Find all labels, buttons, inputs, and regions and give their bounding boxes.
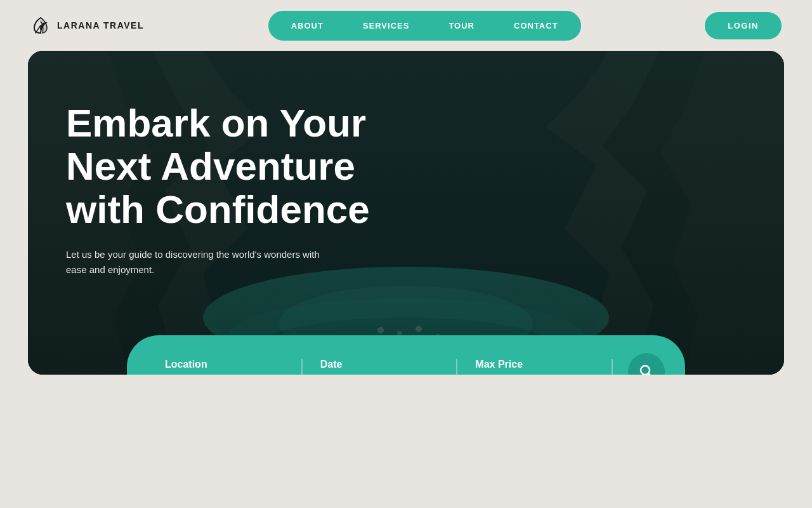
logo-area: LARANA TRAVEL bbox=[30, 15, 144, 36]
nav-about[interactable]: ABOUT bbox=[273, 15, 341, 37]
search-bar: Location Enter you destination Date Set … bbox=[127, 335, 685, 375]
nav-services[interactable]: SERVICES bbox=[345, 15, 428, 37]
leaf-icon bbox=[30, 15, 51, 36]
nav-tour[interactable]: TOUR bbox=[431, 15, 492, 37]
date-field[interactable]: Date Set date bbox=[303, 359, 458, 375]
hero-subtitle: Let us be your guide to discovering the … bbox=[66, 247, 332, 277]
search-icon bbox=[638, 363, 655, 375]
price-field[interactable]: Max Price Set max price bbox=[457, 359, 613, 375]
hero-content: Embark on Your Next Adventure with Confi… bbox=[66, 102, 421, 277]
nav-links: ABOUT SERVICES TOUR CONTACT bbox=[268, 11, 581, 41]
price-placeholder: Set max price bbox=[475, 374, 525, 375]
login-button[interactable]: LOGIN bbox=[705, 12, 782, 39]
date-placeholder: Set date bbox=[320, 374, 351, 375]
navbar: LARANA TRAVEL ABOUT SERVICES TOUR CONTAC… bbox=[0, 0, 812, 51]
location-label: Location bbox=[165, 359, 284, 370]
hero-title: Embark on Your Next Adventure with Confi… bbox=[66, 102, 421, 232]
nav-contact[interactable]: CONTACT bbox=[496, 15, 576, 37]
date-label: Date bbox=[320, 359, 439, 370]
svg-line-13 bbox=[649, 374, 653, 375]
price-label: Max Price bbox=[475, 359, 594, 370]
search-button[interactable] bbox=[628, 353, 665, 375]
location-placeholder: Enter you destination bbox=[165, 374, 242, 375]
hero-section: Embark on Your Next Adventure with Confi… bbox=[28, 51, 784, 375]
brand-name: LARANA TRAVEL bbox=[57, 20, 144, 30]
location-field[interactable]: Location Enter you destination bbox=[147, 359, 303, 375]
